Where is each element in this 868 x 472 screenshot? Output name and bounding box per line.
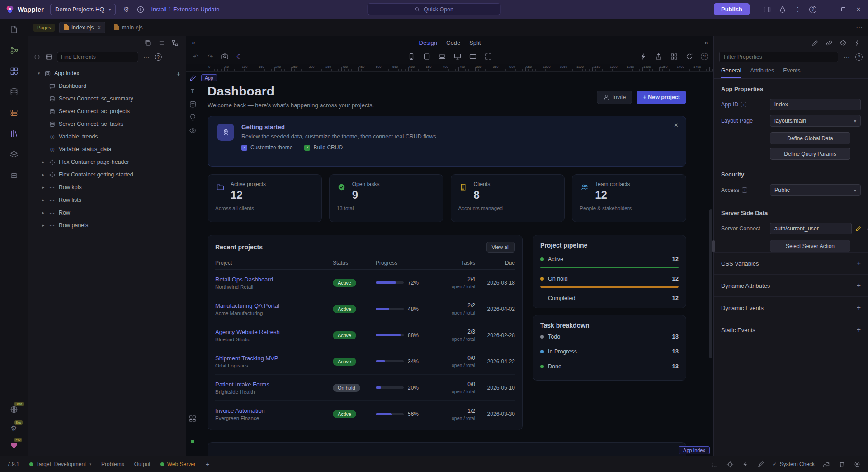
extension-download-icon[interactable] (137, 5, 145, 14)
tree-item-app-index[interactable]: ▾ App index + (28, 67, 186, 80)
tab-overflow-icon[interactable]: ⋯ (856, 24, 863, 32)
build-crud-check[interactable]: ✓ Build CRUD (304, 144, 343, 151)
output-button[interactable]: Output (134, 461, 151, 467)
refresh-icon[interactable] (685, 52, 693, 61)
library-panel-icon[interactable] (9, 129, 19, 138)
tree-item-variable[interactable]: (x) Variable: status_data (28, 143, 186, 156)
trash-icon[interactable] (838, 461, 845, 468)
crosshair-icon[interactable] (726, 461, 734, 468)
pages-badge[interactable]: Pages (33, 24, 55, 32)
chevron-right-icon[interactable]: ▸ (41, 198, 46, 202)
tree-item-dashboard[interactable]: Dashboard (28, 80, 186, 92)
project-link[interactable]: Retail Ops Dashboard (215, 276, 333, 283)
broom-icon[interactable] (823, 461, 830, 468)
edit-pencil-icon[interactable] (189, 74, 197, 82)
close-tab-icon[interactable]: × (98, 24, 101, 31)
redo-icon[interactable]: ↷ (206, 52, 214, 61)
maximize-icon[interactable] (839, 5, 847, 14)
bolt-icon[interactable] (854, 39, 861, 47)
tree-item-server-connect[interactable]: Server Connect: sc_summary (28, 92, 186, 105)
define-global-data-button[interactable]: Define Global Data (770, 132, 850, 144)
help-icon[interactable]: ? (855, 53, 863, 61)
apps-grid-icon[interactable] (670, 52, 678, 61)
device-laptop-icon[interactable] (438, 52, 446, 61)
new-project-button[interactable]: + New project (637, 91, 686, 104)
section-static-events[interactable]: Static Events + (714, 319, 868, 341)
tree-item-row[interactable]: ▸ ••• Row panels (28, 219, 186, 232)
layers-panel-icon[interactable] (9, 150, 19, 159)
more-ellipsis-icon[interactable]: ⋯ (843, 53, 851, 61)
web-server-status[interactable]: Web Server (160, 461, 196, 467)
chevron-right-icon[interactable]: ▸ (41, 172, 46, 177)
lightbulb-icon[interactable] (189, 114, 197, 121)
chevron-right-icon[interactable]: ▸ (41, 185, 46, 190)
find-elements-input[interactable] (57, 52, 138, 62)
list-view-icon[interactable] (158, 39, 165, 47)
more-ellipsis-icon[interactable]: ⋯ (143, 53, 150, 61)
unlink-icon[interactable] (826, 39, 833, 47)
tab-index-ejs[interactable]: index.ejs × (59, 22, 105, 33)
tree-item-row[interactable]: ▸ ••• Row (28, 206, 186, 219)
system-check[interactable]: ✓ System Check (773, 461, 815, 467)
project-selector[interactable]: Demo Projects HQ ▾ (50, 4, 116, 15)
layout-page-select[interactable]: layouts/main ▾ (770, 115, 861, 127)
code-view-icon[interactable] (33, 53, 41, 61)
server-connect-input[interactable] (770, 223, 852, 234)
preview-eye-icon[interactable] (189, 127, 197, 134)
share-icon[interactable] (655, 52, 663, 61)
help-icon[interactable]: ? (701, 53, 708, 60)
help-icon[interactable]: ? (155, 53, 162, 61)
server-panel-icon[interactable] (9, 108, 19, 117)
view-all-button[interactable]: View all (486, 242, 515, 253)
tab-main-ejs[interactable]: main.ejs (110, 22, 147, 33)
device-desktop-icon[interactable] (453, 52, 462, 61)
dark-mode-moon-icon[interactable]: ☾ (235, 52, 243, 61)
target-selector[interactable]: Target: Development ▾ (29, 461, 91, 467)
device-tv-icon[interactable] (469, 52, 477, 61)
data-grid-icon[interactable] (45, 53, 52, 61)
extension-update-link[interactable]: Install 1 Extension Update (151, 6, 219, 13)
edit-pencil-icon[interactable] (855, 225, 862, 232)
add-icon[interactable]: + (857, 259, 861, 267)
device-phone-icon[interactable] (407, 52, 415, 61)
workflows-panel-icon[interactable] (9, 46, 19, 55)
tab-split[interactable]: Split (469, 39, 481, 46)
record-icon[interactable] (854, 461, 861, 468)
section-dynamic-attributes[interactable]: Dynamic Attributes + (714, 274, 868, 296)
section-css-variables[interactable]: CSS Variables + (714, 252, 868, 274)
bolt-icon[interactable] (742, 461, 749, 468)
tree-item-server-connect[interactable]: Server Connect: sc_tasks (28, 118, 186, 130)
edit-pencil-icon[interactable] (811, 39, 819, 47)
chevron-right-icon[interactable]: ▸ (41, 223, 46, 228)
publish-button[interactable]: Publish (714, 3, 750, 15)
select-server-action-button[interactable]: Select Server Action (770, 240, 850, 252)
customize-theme-check[interactable]: ✓ Customize theme (241, 144, 292, 151)
app-id-input[interactable] (770, 99, 861, 110)
add-icon[interactable]: + (857, 304, 861, 312)
add-element-icon[interactable]: + (176, 70, 180, 77)
info-icon[interactable]: i (742, 187, 747, 193)
tree-item-row[interactable]: ▸ ••• Row lists (28, 194, 186, 206)
tree-item-flex-container[interactable]: ▸ Flex Container getting-started (28, 168, 186, 181)
define-query-params-button[interactable]: Define Query Params (770, 148, 850, 160)
close-icon[interactable]: × (854, 5, 863, 14)
project-link[interactable]: Patient Intake Forms (215, 381, 333, 388)
tree-item-server-connect[interactable]: Server Connect: sc_projects (28, 105, 186, 118)
database-panel-icon[interactable] (9, 87, 19, 96)
device-tablet-icon[interactable] (423, 52, 431, 61)
tab-design[interactable]: Design (419, 39, 437, 46)
filter-properties-input[interactable] (719, 52, 838, 62)
add-icon[interactable]: + (857, 281, 861, 290)
ai-assistant-icon[interactable] (9, 171, 19, 180)
tree-item-variable[interactable]: (x) Variable: trends (28, 130, 186, 143)
add-target-icon[interactable]: + (206, 460, 210, 468)
undo-icon[interactable]: ↶ (192, 52, 200, 61)
clear-icon[interactable]: × (865, 225, 868, 232)
grid-toggle-icon[interactable] (189, 415, 197, 423)
section-dynamic-events[interactable]: Dynamic Events + (714, 296, 868, 319)
settings-gear-icon[interactable]: ⚙ (122, 5, 130, 14)
problems-button[interactable]: Problems (101, 461, 124, 467)
pages-panel-icon[interactable] (9, 25, 19, 34)
more-kebab-icon[interactable]: ⋮ (794, 5, 802, 14)
minimize-icon[interactable]: – (824, 5, 832, 14)
